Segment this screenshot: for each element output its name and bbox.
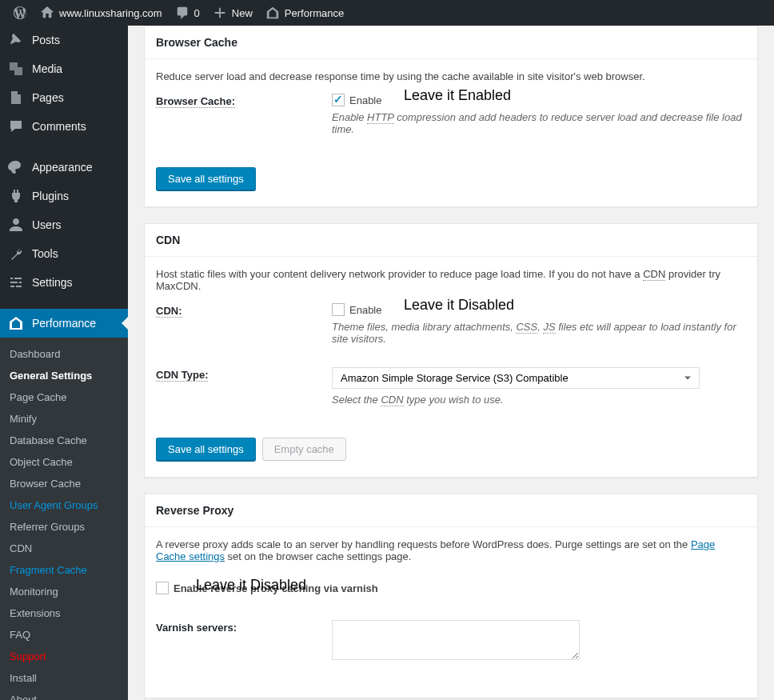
save-settings-button[interactable]: Save all settings — [156, 167, 256, 190]
empty-cache-button[interactable]: Empty cache — [262, 438, 346, 461]
menu-posts[interactable]: Posts — [0, 26, 128, 54]
sliders-icon — [8, 274, 24, 290]
comment-count: 0 — [194, 7, 200, 19]
sub-page-cache[interactable]: Page Cache — [0, 386, 128, 408]
enable-label: Enable — [349, 94, 381, 106]
varnish-servers-label: Varnish servers: — [156, 620, 332, 634]
cdn-title: CDN — [145, 224, 757, 257]
gauge-icon — [8, 315, 24, 331]
reverse-proxy-panel: Reverse Proxy A reverse proxy adds scale… — [144, 494, 758, 698]
performance-icon — [265, 6, 280, 20]
cdn-type-select[interactable]: Amazon Simple Storage Service (S3) Compa… — [332, 367, 700, 389]
user-icon — [8, 217, 24, 233]
annotation-reverse-disabled: Leave it Disabled — [196, 577, 306, 594]
browser-cache-label: Browser Cache: — [156, 94, 332, 107]
cdn-desc: Host static files with your content deli… — [156, 268, 746, 292]
browser-cache-desc: Reduce server load and decrease response… — [156, 70, 746, 82]
performance-bar[interactable]: Performance — [259, 0, 350, 26]
wrench-icon — [8, 246, 24, 262]
reverse-proxy-title: Reverse Proxy — [145, 494, 757, 527]
sub-support[interactable]: Support — [0, 646, 128, 667]
sub-extensions[interactable]: Extensions — [0, 602, 128, 624]
sub-database-cache[interactable]: Database Cache — [0, 430, 128, 451]
site-url: www.linuxsharing.com — [59, 7, 162, 19]
main-content: Browser Cache Reduce server load and dec… — [128, 26, 774, 698]
sub-about[interactable]: About — [0, 689, 128, 700]
admin-bar: www.linuxsharing.com 0 New Performance — [0, 0, 774, 26]
menu-users[interactable]: Users — [0, 210, 128, 239]
browser-cache-panel: Browser Cache Reduce server load and dec… — [144, 26, 758, 207]
sub-object-cache[interactable]: Object Cache — [0, 451, 128, 473]
menu-appearance[interactable]: Appearance — [0, 153, 128, 182]
cdn-panel: CDN Host static files with your content … — [144, 223, 758, 478]
cdn-enable-checkbox[interactable] — [332, 303, 345, 316]
cdn-type-help: Select the CDN type you wish to use. — [332, 394, 746, 406]
varnish-servers-textarea[interactable] — [332, 620, 580, 660]
sub-faq[interactable]: FAQ — [0, 624, 128, 646]
menu-plugins[interactable]: Plugins — [0, 182, 128, 210]
performance-submenu: Dashboard General Settings Page Cache Mi… — [0, 338, 128, 700]
plug-icon — [8, 188, 24, 204]
browser-cache-help: Enable HTTP compression and add headers … — [332, 111, 746, 135]
menu-media[interactable]: Media — [0, 54, 128, 83]
new-content[interactable]: New — [206, 0, 259, 26]
cdn-label: CDN: — [156, 303, 332, 317]
comments-icon — [8, 118, 24, 134]
menu-performance[interactable]: Performance — [0, 309, 128, 338]
plus-icon — [213, 6, 227, 20]
browser-cache-title: Browser Cache — [145, 26, 757, 59]
reverse-proxy-desc: A reverse proxy adds scale to an server … — [156, 538, 746, 562]
sub-install[interactable]: Install — [0, 667, 128, 689]
browser-cache-enable-checkbox[interactable] — [332, 94, 345, 106]
menu-settings[interactable]: Settings — [0, 268, 128, 297]
menu-tools[interactable]: Tools — [0, 239, 128, 268]
pages-icon — [8, 90, 24, 106]
sub-fragment-cache[interactable]: Fragment Cache — [0, 559, 128, 581]
site-home[interactable]: www.linuxsharing.com — [34, 0, 169, 26]
cdn-help: Theme files, media library attachments, … — [332, 321, 746, 345]
cdn-save-button[interactable]: Save all settings — [156, 438, 256, 461]
sub-user-agent-groups[interactable]: User Agent Groups — [0, 494, 128, 516]
pin-icon — [8, 32, 24, 48]
comment-icon — [175, 6, 190, 20]
media-icon — [8, 61, 24, 77]
sub-minify[interactable]: Minify — [0, 408, 128, 430]
sub-browser-cache[interactable]: Browser Cache — [0, 473, 128, 494]
admin-sidebar: Posts Media Pages Comments Appearance Pl… — [0, 26, 128, 700]
wp-logo[interactable] — [6, 0, 34, 26]
new-label: New — [232, 7, 253, 19]
menu-pages[interactable]: Pages — [0, 83, 128, 112]
performance-label: Performance — [285, 7, 344, 19]
sub-referrer-groups[interactable]: Referrer Groups — [0, 516, 128, 538]
sub-dashboard[interactable]: Dashboard — [0, 343, 128, 365]
annotation-enabled: Leave it Enabled — [404, 87, 511, 104]
sub-cdn[interactable]: CDN — [0, 538, 128, 559]
annotation-cdn-disabled: Leave it Disabled — [404, 297, 514, 314]
brush-icon — [8, 159, 24, 175]
reverse-proxy-enable-checkbox[interactable] — [156, 582, 169, 594]
menu-comments[interactable]: Comments — [0, 112, 128, 141]
sub-monitoring[interactable]: Monitoring — [0, 581, 128, 602]
home-icon — [40, 6, 54, 20]
comments-bubble[interactable]: 0 — [169, 0, 206, 26]
sub-general-settings[interactable]: General Settings — [0, 365, 128, 386]
cdn-type-label: CDN Type: — [156, 367, 332, 381]
cdn-enable-label: Enable — [349, 304, 381, 316]
